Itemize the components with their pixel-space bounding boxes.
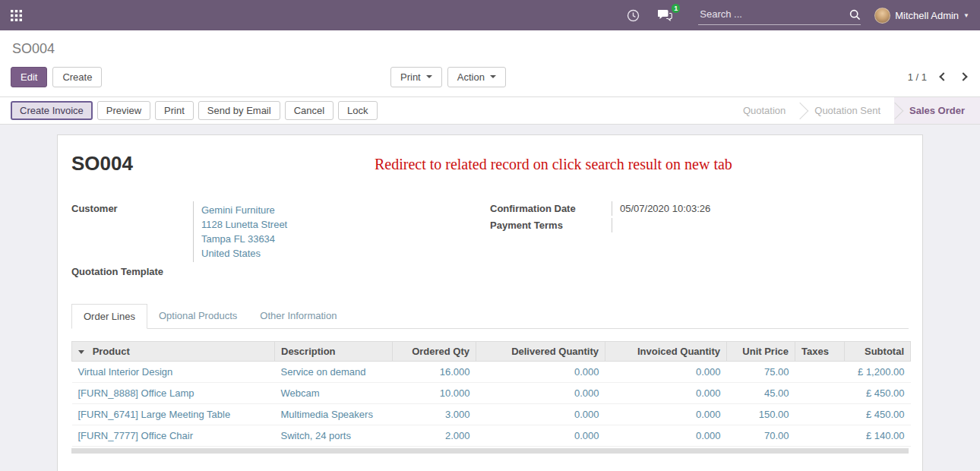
customer-value: Gemini Furniture 1128 Lunetta Street Tam… xyxy=(193,201,490,262)
top-navbar: 1 Mitchell Admin ▼ xyxy=(0,0,980,30)
column-invoiced-quantity[interactable]: Invoiced Quantity xyxy=(605,342,727,362)
create-invoice-button[interactable]: Create Invoice xyxy=(11,101,93,120)
customer-address-line: United States xyxy=(201,246,482,261)
chevron-down-icon xyxy=(426,75,432,78)
cell-ordered-qty: 10.000 xyxy=(393,383,476,404)
table-header-row: Product Description Ordered Qty Delivere… xyxy=(72,342,911,362)
cell-unit-price: 70.00 xyxy=(727,425,795,447)
annotation-note: Redirect to related record on click sear… xyxy=(375,156,732,173)
control-panel-buttons: Edit Create Print Action 1 / 1 xyxy=(11,66,969,87)
column-product[interactable]: Product xyxy=(72,342,275,362)
cell-invoiced-qty: 0.000 xyxy=(605,383,727,404)
cell-unit-price: 75.00 xyxy=(727,362,795,383)
send-by-email-button[interactable]: Send by Email xyxy=(198,101,280,120)
print-button[interactable]: Print xyxy=(155,101,194,120)
quotation-template-value xyxy=(193,264,490,279)
cell-product: Virtual Interior Design xyxy=(72,362,275,383)
column-subtotal[interactable]: Subtotal xyxy=(845,342,911,362)
cell-subtotal: £ 450.00 xyxy=(845,383,911,404)
lock-button[interactable]: Lock xyxy=(338,101,377,120)
column-description[interactable]: Description xyxy=(275,342,393,362)
confirmation-date-field: Confirmation Date 05/07/2020 10:03:26 xyxy=(490,201,909,216)
table-row[interactable]: [FURN_6741] Large Meeting Table Multimed… xyxy=(72,404,911,425)
cell-subtotal: £ 1,200.00 xyxy=(845,362,911,383)
cell-description: Multimedia Speakers xyxy=(275,404,393,425)
edit-button[interactable]: Edit xyxy=(11,67,47,87)
customer-label: Customer xyxy=(71,201,193,262)
cell-taxes xyxy=(795,362,845,383)
table-row[interactable]: Virtual Interior Design Service on deman… xyxy=(72,362,911,383)
breadcrumb: SO004 xyxy=(12,41,969,57)
stage-quotation-sent[interactable]: Quotation Sent xyxy=(799,97,896,124)
customer-address-line: 1128 Lunetta Street xyxy=(201,217,482,232)
cell-product: [FURN_7777] Office Chair xyxy=(72,425,275,447)
cell-delivered-qty: 0.000 xyxy=(476,362,605,383)
table-row[interactable]: [FURN_7777] Office Chair Switch, 24 port… xyxy=(72,425,911,447)
search-input[interactable] xyxy=(698,5,849,24)
stage-sales-order[interactable]: Sales Order xyxy=(894,97,980,124)
column-delivered-quantity[interactable]: Delivered Quantity xyxy=(476,342,605,362)
stage-quotation[interactable]: Quotation xyxy=(728,97,801,124)
cell-description: Service on demand xyxy=(275,362,393,383)
create-button[interactable]: Create xyxy=(52,67,102,87)
global-search xyxy=(698,5,861,25)
column-sort-caret-icon[interactable] xyxy=(78,350,84,354)
cell-taxes xyxy=(795,404,845,425)
cell-taxes xyxy=(795,383,845,404)
activities-clock-icon[interactable] xyxy=(627,9,640,22)
preview-button[interactable]: Preview xyxy=(97,101,150,120)
customer-address-line: Tampa FL 33634 xyxy=(201,232,482,246)
print-dropdown-button[interactable]: Print xyxy=(390,67,442,87)
column-ordered-qty[interactable]: Ordered Qty xyxy=(393,342,476,362)
field-group-right: Confirmation Date 05/07/2020 10:03:26 Pa… xyxy=(490,201,909,281)
pager-next-icon[interactable] xyxy=(959,72,967,81)
column-unit-price[interactable]: Unit Price xyxy=(727,342,795,362)
payment-terms-value xyxy=(612,218,909,232)
cell-subtotal: £ 140.00 xyxy=(845,425,911,447)
customer-link[interactable]: Gemini Furniture xyxy=(201,203,482,217)
statusbar-buttons: Create Invoice Preview Print Send by Ema… xyxy=(0,97,378,124)
payment-terms-field: Payment Terms xyxy=(490,218,909,232)
pager-counter: 1 / 1 xyxy=(908,71,927,83)
messages-icon[interactable]: 1 xyxy=(658,9,672,21)
pager: 1 / 1 xyxy=(908,71,966,83)
user-name: Mitchell Admin xyxy=(895,10,959,21)
tab-optional-products[interactable]: Optional Products xyxy=(147,304,248,328)
sheet-header: SO004 Redirect to related record on clic… xyxy=(71,152,909,175)
chevron-down-icon: ▼ xyxy=(963,12,969,19)
tab-other-information[interactable]: Other Information xyxy=(248,304,348,328)
order-lines-list: Product Description Ordered Qty Delivere… xyxy=(71,341,909,454)
action-dropdown-button[interactable]: Action xyxy=(447,67,506,87)
cell-invoiced-qty: 0.000 xyxy=(605,404,727,425)
field-group-left: Customer Gemini Furniture 1128 Lunetta S… xyxy=(71,201,490,281)
payment-terms-label: Payment Terms xyxy=(490,218,612,232)
column-taxes[interactable]: Taxes xyxy=(795,342,845,362)
search-icon[interactable] xyxy=(849,9,861,21)
cell-delivered-qty: 0.000 xyxy=(476,383,605,404)
cell-product: [FURN_8888] Office Lamp xyxy=(72,383,275,404)
cell-unit-price: 150.00 xyxy=(727,404,795,425)
apps-menu-icon[interactable] xyxy=(11,10,22,21)
chevron-down-icon xyxy=(490,75,496,78)
pager-previous-icon[interactable] xyxy=(939,72,947,81)
cell-ordered-qty: 16.000 xyxy=(393,362,476,383)
cancel-button[interactable]: Cancel xyxy=(285,101,334,120)
cell-ordered-qty: 3.000 xyxy=(393,404,476,425)
quotation-template-label: Quotation Template xyxy=(71,264,193,279)
table-row[interactable]: [FURN_8888] Office Lamp Webcam 10.000 0.… xyxy=(72,383,911,404)
field-groups: Customer Gemini Furniture 1128 Lunetta S… xyxy=(71,201,909,281)
horizontal-scrollbar[interactable] xyxy=(71,448,909,454)
user-menu[interactable]: Mitchell Admin ▼ xyxy=(874,8,969,24)
action-dropdown-label: Action xyxy=(457,71,485,83)
form-sheet: SO004 Redirect to related record on clic… xyxy=(57,134,923,471)
cell-delivered-qty: 0.000 xyxy=(476,425,605,447)
cell-taxes xyxy=(795,425,845,447)
customer-field: Customer Gemini Furniture 1128 Lunetta S… xyxy=(71,201,490,262)
cell-description: Switch, 24 ports xyxy=(275,425,393,447)
status-pipeline: Quotation Quotation Sent Sales Order xyxy=(728,97,980,124)
messages-count-badge: 1 xyxy=(672,4,680,13)
cell-unit-price: 45.00 xyxy=(727,383,795,404)
tab-order-lines[interactable]: Order Lines xyxy=(71,304,147,329)
confirmation-date-label: Confirmation Date xyxy=(490,201,612,216)
avatar xyxy=(874,8,890,24)
